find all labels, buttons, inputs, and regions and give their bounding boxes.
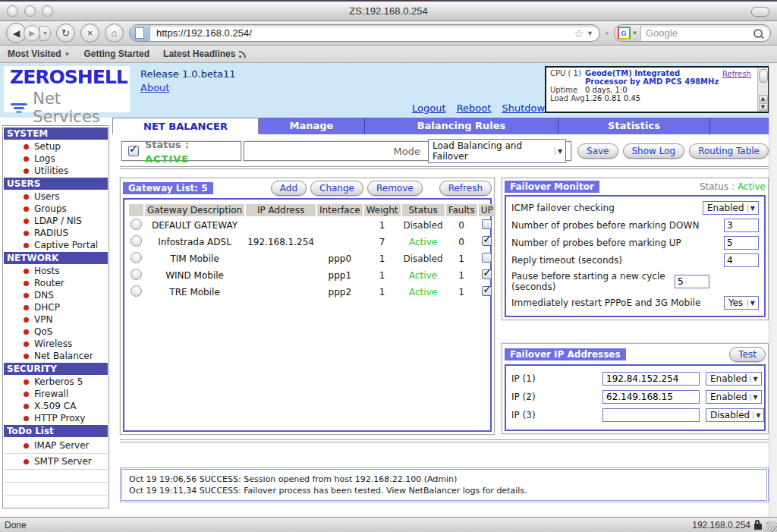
restart-pppoe-select[interactable]: Yes▼ [724,296,759,310]
zoom-window-button[interactable] [42,5,53,17]
ip2-state-select[interactable]: Enabled▼ [706,390,762,404]
balancer-enabled-checkbox[interactable] [128,146,139,156]
sidebar-item-router[interactable]: Router [4,277,108,289]
sidebar-item-smtp-server[interactable]: SMTP Server [4,454,108,470]
test-button[interactable]: Test [729,347,766,362]
table-row[interactable]: Infostrada ADSL 192.168.1.254 7 Active 0 [129,235,495,250]
probes-down-input[interactable] [724,219,759,232]
change-button[interactable]: Change [310,181,363,196]
gateway-up-checkbox[interactable] [482,219,492,229]
add-button[interactable]: Add [271,181,307,196]
ip3-input[interactable] [602,408,700,422]
sidebar-item-groups[interactable]: Groups [4,203,108,215]
tab-manage[interactable]: Manage [259,118,365,134]
chevron-down-icon: ▼ [64,51,70,58]
remove-button[interactable]: Remove [367,181,423,196]
table-row[interactable]: DEFAULT GATEWAY 1 Disabled 0 [129,218,495,233]
gateway-up-checkbox[interactable] [482,253,492,263]
reload-button[interactable]: ↻ [56,24,75,42]
failover-ip-box: IP (1) Enabled▼ IP (2) Enabled▼ [505,364,766,431]
row-radio[interactable] [131,219,142,230]
table-row[interactable]: TIM Mobile ppp0 1 Disabled 1 [129,251,495,266]
sidebar-item-wireless[interactable]: Wireless [4,338,108,350]
sidebar-item-ldap-nis[interactable]: LDAP / NIS [4,215,108,227]
probes-up-input[interactable] [724,236,759,250]
stop-button[interactable]: × [80,24,99,42]
bookmark-most-visited[interactable]: Most Visited▼ [8,49,70,59]
sidebar-item-utilities[interactable]: Utilities [4,165,108,177]
mode-select[interactable]: Load Balancing and Failover ▼ [428,139,566,163]
setting-label: Immediately restart PPPoE and 3G Mobile [511,297,724,308]
search-engine-button[interactable]: G ▼ [615,25,641,41]
table-row[interactable]: TRE Mobile ppp2 1 Active 1 [129,285,495,300]
sidebar-item-kerberos[interactable]: Kerberos 5 [4,376,108,388]
sidebar-item-hosts[interactable]: Hosts [4,265,108,277]
sidebar-item-users[interactable]: Users [4,190,108,203]
bookmark-getting-started[interactable]: Getting Started [83,49,149,59]
show-log-button[interactable]: Show Log [623,143,685,159]
refresh-link[interactable]: Refresh [722,70,751,78]
url-input[interactable]: https://192.168.0.254/ [150,27,574,39]
refresh-button[interactable]: Refresh [439,181,492,196]
scroll-up-icon[interactable]: ▲ [759,95,768,102]
row-radio[interactable] [131,285,142,297]
minimize-window-button[interactable] [24,5,36,17]
sidebar-item-imap-server[interactable]: IMAP Server [4,438,108,454]
history-dropdown-button[interactable]: ▾ [39,26,51,41]
bookmark-star-icon[interactable]: ☆ [574,27,584,39]
lock-icon[interactable] [754,524,762,530]
scroll-down-icon[interactable]: ▼ [759,103,768,111]
sidebar-item-x509-ca[interactable]: X.509 CA [4,400,108,412]
close-window-button[interactable] [7,5,18,17]
sidebar-item-net-balancer[interactable]: Net Balancer [4,350,108,362]
pause-cycle-input[interactable] [675,275,709,288]
icmp-checking-select[interactable]: Enabled▼ [703,201,759,215]
tab-net-balancer[interactable]: NET BALANCER [112,118,259,134]
search-input[interactable]: Google [641,27,753,39]
forward-button[interactable]: ▶ [24,25,40,42]
ip3-state-select[interactable]: Disabled▼ [706,408,764,422]
ip2-input[interactable] [602,390,700,404]
table-row[interactable]: WIND Mobile ppp1 1 Active 1 [129,268,495,283]
address-bar[interactable]: https://192.168.0.254/ ☆ ▼ [129,24,600,42]
sidebar-item-label: DNS [34,290,54,301]
save-button[interactable]: Save [577,143,618,159]
about-link[interactable]: About [140,82,169,93]
search-icon[interactable] [753,29,763,38]
site-identity[interactable] [130,25,150,41]
sidebar-item-http-proxy[interactable]: HTTP Proxy [4,412,108,424]
sidebar-item-setup[interactable]: Setup [4,140,108,153]
tab-balancing-rules[interactable]: Balancing Rules [365,118,558,134]
row-radio[interactable] [131,269,142,280]
sidebar-item-qos[interactable]: QoS [4,326,108,338]
sidebar-item-dns[interactable]: DNS [4,289,108,301]
reboot-link[interactable]: Reboot [457,102,492,114]
sidebar-item-dhcp[interactable]: DHCP [4,301,108,313]
row-radio[interactable] [131,252,142,263]
page-scrollbar[interactable] [769,63,777,517]
scrollbar-thumb[interactable] [759,69,768,83]
url-dropdown-icon[interactable]: ▼ [587,30,593,37]
logout-link[interactable]: Logout [412,102,446,114]
row-radio[interactable] [131,235,142,247]
tab-statistics[interactable]: Statistics [558,118,710,134]
sidebar-item-captive-portal[interactable]: Captive Portal [4,239,108,251]
gateway-up-checkbox[interactable] [482,269,492,279]
sidebar-item-firewall[interactable]: Firewall [4,388,108,400]
sidebar-item-logs[interactable]: Logs [4,153,108,165]
reply-timeout-input[interactable] [724,253,759,267]
bookmark-latest-headlines[interactable]: Latest Headlines [163,49,247,59]
ip1-input[interactable] [602,372,700,386]
shutdown-link[interactable]: Shutdown [502,102,552,114]
toolbar-toggle-button[interactable] [751,7,769,17]
resize-grip[interactable] [766,521,777,532]
sidebar-item-vpn[interactable]: VPN [4,313,108,326]
gateway-up-checkbox[interactable] [482,286,492,296]
cpu-box-scrollbar[interactable]: ▲ ▼ [757,68,768,112]
ip1-state-select[interactable]: Enabled▼ [706,372,762,386]
home-button[interactable]: ⌂ [105,24,124,42]
routing-table-button[interactable]: Routing Table [689,143,769,159]
sidebar-item-radius[interactable]: RADIUS [4,227,108,239]
gateway-up-checkbox[interactable] [482,236,492,246]
search-bar[interactable]: G ▼ Google [614,24,771,42]
